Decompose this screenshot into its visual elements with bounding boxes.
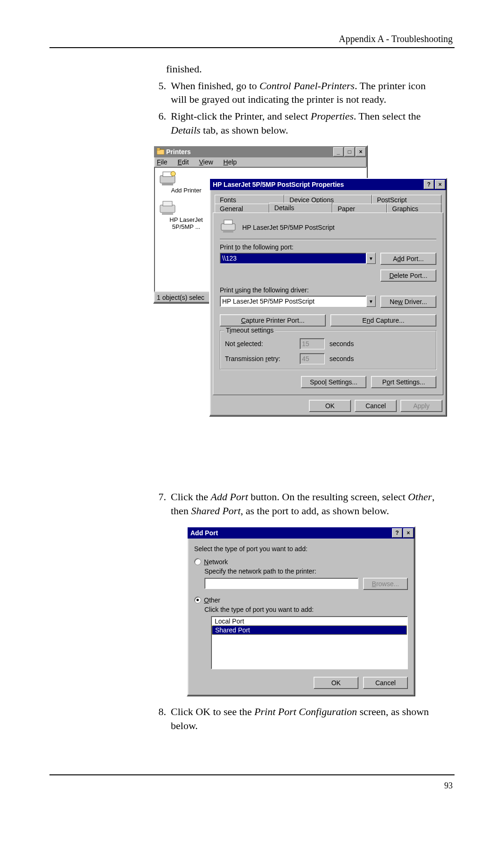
close-button[interactable]: ×: [356, 147, 366, 156]
radio-icon: [194, 558, 201, 565]
addport-prompt: Select the type of port you want to add:: [194, 545, 408, 553]
svg-point-5: [171, 171, 175, 176]
radio-other-label: Other: [204, 596, 220, 604]
printers-window-title: Printers: [166, 148, 332, 156]
driver-label: Print using the following driver:: [220, 286, 436, 294]
radio-icon: [194, 596, 201, 603]
cancel-button[interactable]: Cancel: [355, 400, 397, 412]
running-head: Appendix A - Troubleshooting: [47, 34, 453, 44]
driver-combo[interactable]: HP LaserJet 5P/5MP PostScript: [220, 296, 366, 307]
network-hint: Specify the network path to the printer:: [204, 567, 408, 575]
tab-paper[interactable]: Paper: [332, 204, 387, 213]
svg-rect-7: [163, 201, 172, 206]
maximize-button[interactable]: □: [344, 147, 355, 156]
addport-titlebar: Add Port ? ×: [188, 527, 414, 539]
svg-rect-9: [221, 224, 235, 230]
svg-rect-10: [224, 220, 232, 224]
help-button[interactable]: ?: [392, 528, 402, 538]
spool-settings-button[interactable]: Spool Settings...: [301, 376, 366, 388]
add-printer-label: Add Printer: [158, 187, 214, 194]
port-settings-button[interactable]: Port Settings...: [371, 376, 436, 388]
step-6-number: 6.: [149, 109, 171, 137]
header-rule: [49, 47, 455, 48]
capture-port-button[interactable]: Capture Printer Port...: [220, 314, 326, 326]
close-button[interactable]: ×: [435, 180, 445, 189]
seconds-label-2: seconds: [329, 355, 354, 362]
printers-menubar: File Edit View Help: [154, 157, 367, 167]
folder-icon: [157, 148, 164, 156]
hp-printer-item[interactable]: HP LaserJet 5P/5MP ...: [158, 200, 214, 230]
svg-rect-1: [157, 148, 160, 150]
not-selected-label: Not selected:: [225, 340, 295, 347]
help-button[interactable]: ?: [424, 180, 434, 189]
add-printer-icon: [158, 171, 214, 187]
addport-title: Add Port: [190, 529, 391, 537]
tab-postscript[interactable]: PostScript: [372, 195, 441, 205]
port-type-listbox[interactable]: Local Port Shared Port: [211, 616, 408, 669]
delete-port-button[interactable]: Delete Port...: [380, 269, 436, 282]
timeout-legend: Timeout settings: [224, 326, 275, 334]
printer-properties-dialog: HP LaserJet 5P/5MP PostScript Properties…: [209, 178, 447, 417]
printer-name: HP LaserJet 5P/5MP PostScript: [242, 224, 335, 231]
ok-button[interactable]: OK: [314, 677, 358, 689]
browse-button[interactable]: Browse...: [363, 578, 408, 590]
properties-titlebar: HP LaserJet 5P/5MP PostScript Properties…: [210, 179, 446, 190]
step-7-number: 7.: [149, 490, 171, 518]
radio-other[interactable]: Other: [194, 596, 408, 604]
cancel-button[interactable]: Cancel: [363, 677, 408, 689]
svg-rect-4: [162, 183, 173, 185]
svg-rect-0: [157, 149, 164, 155]
add-printer-item[interactable]: Add Printer: [158, 171, 214, 194]
list-item-local-port[interactable]: Local Port: [212, 617, 407, 625]
step-8-number: 8.: [149, 705, 171, 732]
minimize-button[interactable]: _: [333, 147, 343, 156]
list-item-shared-port[interactable]: Shared Port: [212, 625, 407, 635]
not-selected-input[interactable]: 15: [300, 338, 325, 349]
retry-input[interactable]: 45: [300, 353, 325, 364]
other-hint: Click the type of port you want to add:: [204, 606, 408, 613]
ok-button[interactable]: OK: [309, 400, 351, 412]
close-button[interactable]: ×: [403, 528, 413, 538]
radio-network[interactable]: Network: [194, 558, 408, 566]
driver-combo-dropdown[interactable]: ▼: [366, 296, 376, 307]
hp-printer-label: HP LaserJet 5P/5MP ...: [158, 216, 214, 230]
new-driver-button[interactable]: New Driver...: [380, 296, 436, 308]
apply-button[interactable]: Apply: [400, 400, 442, 412]
port-combo-dropdown[interactable]: ▼: [366, 253, 376, 264]
step-finished-continuation: finished.: [166, 62, 439, 76]
footer-rule: [49, 774, 455, 775]
radio-network-label: Network: [204, 558, 228, 566]
add-port-dialog: Add Port ? × Select the type of port you…: [187, 526, 415, 696]
port-label: Print to the following port:: [220, 243, 436, 251]
end-capture-button[interactable]: End Capture...: [330, 314, 436, 326]
menu-edit[interactable]: Edit: [177, 158, 189, 166]
port-combo[interactable]: \\123: [220, 253, 366, 264]
network-path-input[interactable]: [204, 578, 358, 589]
step-5-text: When finished, go to Control Panel-Print…: [171, 79, 439, 106]
retry-label: Transmission retry:: [225, 355, 295, 362]
menu-file[interactable]: File: [157, 158, 168, 166]
tab-graphics[interactable]: Graphics: [387, 204, 441, 213]
timeout-group: Timeout settings Not selected: 15 second…: [220, 330, 436, 369]
step-7-text: Click the Add Port button. On the result…: [171, 490, 439, 518]
step-5-number: 5.: [149, 79, 171, 106]
menu-view[interactable]: View: [199, 158, 213, 166]
step-6-text: Right-click the Printer, and select Prop…: [171, 109, 439, 137]
seconds-label-1: seconds: [329, 340, 354, 347]
printer-icon: [220, 220, 237, 235]
svg-rect-8: [162, 213, 173, 215]
menu-help[interactable]: Help: [224, 158, 237, 166]
printer-icon: [158, 200, 214, 216]
tab-details[interactable]: Details: [269, 203, 333, 213]
add-port-button[interactable]: Add Port...: [380, 253, 436, 265]
printers-titlebar: Printers _ □ ×: [154, 146, 367, 157]
step-8-text: Click OK to see the Print Port Configura…: [171, 705, 439, 732]
tab-general[interactable]: General: [215, 204, 269, 213]
svg-rect-11: [223, 230, 233, 233]
properties-title: HP LaserJet 5P/5MP PostScript Properties: [213, 181, 423, 188]
page-number: 93: [47, 781, 453, 791]
